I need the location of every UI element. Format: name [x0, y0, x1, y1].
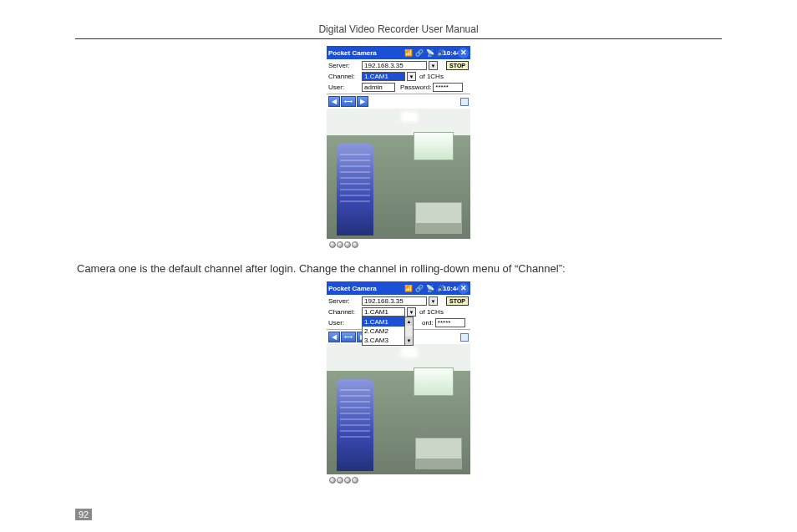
status-dot	[337, 241, 343, 248]
user-label: User:	[328, 318, 360, 328]
camera-view	[327, 109, 470, 239]
status-dot	[329, 477, 336, 484]
channel-count-label: of 1CHs	[419, 307, 444, 317]
status-dot	[344, 477, 351, 484]
scroll-up-icon[interactable]: ▲	[405, 317, 413, 326]
caption-text: Camera one is the default channel after …	[75, 262, 722, 275]
status-dot	[352, 477, 358, 484]
user-input[interactable]: admin	[362, 83, 395, 92]
nav-toolbar: ◀ ⟷ ▶	[327, 94, 470, 109]
close-button[interactable]: ✕	[458, 283, 469, 294]
channel-label: Channel:	[328, 72, 360, 82]
password-input[interactable]: *****	[435, 318, 465, 327]
channel-select[interactable]: 1.CAM1	[362, 72, 405, 81]
channel-dropdown-button[interactable]: ▼	[407, 307, 416, 317]
status-bar	[327, 474, 470, 486]
password-label: Password:	[400, 83, 431, 93]
channel-label: Channel:	[328, 307, 360, 317]
nav-prev-button[interactable]: ◀	[328, 96, 340, 107]
status-dot	[337, 477, 343, 484]
status-dot	[352, 241, 358, 248]
app-title: Pocket Camera	[328, 285, 377, 292]
channel-dropdown-list[interactable]: 1.CAM1 2.CAM2 3.CAM3 ▲ ▼	[362, 317, 405, 346]
nav-next-button[interactable]: ▶	[357, 96, 368, 107]
camera-view	[327, 344, 470, 474]
fullscreen-button[interactable]	[460, 98, 469, 106]
clock-label: 10:44	[447, 48, 456, 58]
network-icon: 🔗	[414, 48, 424, 58]
server-label: Server:	[328, 296, 360, 307]
nav-prev-button[interactable]: ◀	[328, 332, 340, 342]
server-input[interactable]: 192.168.3.35	[362, 61, 427, 70]
header-rule	[75, 38, 722, 39]
close-button[interactable]: ✕	[458, 48, 469, 58]
window-titlebar: Pocket Camera 📶 🔗 📡 🔊 10:44 ✕	[327, 281, 470, 295]
server-label: Server:	[328, 61, 360, 71]
clock-label: 10:44	[447, 284, 456, 293]
server-input[interactable]: 192.168.3.35	[362, 296, 427, 306]
password-input[interactable]: *****	[433, 83, 463, 92]
channel-count-label: of 1CHs	[419, 72, 444, 82]
connection-form: Server: 192.168.3.35 ▼ STOP Channel: 1.C…	[327, 59, 470, 94]
stop-button[interactable]: STOP	[446, 61, 469, 70]
app-title: Pocket Camera	[328, 49, 377, 57]
user-label: User:	[328, 83, 360, 93]
server-dropdown-button[interactable]: ▼	[429, 296, 438, 306]
fullscreen-button[interactable]	[460, 333, 469, 342]
channel-dropdown-button[interactable]: ▼	[407, 72, 416, 81]
channel-option[interactable]: 3.CAM3	[363, 336, 404, 345]
signal-icon: 📶	[404, 48, 413, 58]
network-icon: 🔗	[414, 284, 424, 293]
connection-form: Server: 192.168.3.35 ▼ STOP Channel: 1.C…	[327, 295, 470, 329]
server-dropdown-button[interactable]: ▼	[429, 61, 438, 70]
nav-mid-button[interactable]: ⟷	[341, 96, 356, 107]
channel-option[interactable]: 2.CAM2	[363, 327, 404, 336]
status-bar	[327, 239, 470, 251]
antenna-icon: 📡	[425, 284, 434, 293]
figure-2: Pocket Camera 📶 🔗 📡 🔊 10:44 ✕ Server: 19…	[75, 281, 722, 486]
figure-1: Pocket Camera 📶 🔗 📡 🔊 10:44 ✕ Server: 19…	[75, 46, 722, 251]
channel-option[interactable]: 1.CAM1	[363, 317, 404, 327]
password-label-short: ord:	[422, 318, 434, 328]
phone-screenshot: Pocket Camera 📶 🔗 📡 🔊 10:44 ✕ Server: 19…	[327, 46, 470, 251]
stop-button[interactable]: STOP	[446, 296, 469, 306]
nav-mid-button[interactable]: ⟷	[341, 332, 356, 342]
dropdown-scrollbar[interactable]: ▲ ▼	[404, 317, 414, 346]
channel-select[interactable]: 1.CAM1	[362, 307, 405, 317]
status-dot	[329, 241, 336, 248]
page-number: 92	[75, 509, 92, 520]
page-header-title: Digital Video Recorder User Manual	[75, 23, 722, 38]
phone-screenshot-open: Pocket Camera 📶 🔗 📡 🔊 10:44 ✕ Server: 19…	[327, 281, 470, 486]
signal-icon: 📶	[404, 284, 413, 293]
status-dot	[344, 241, 351, 248]
scroll-down-icon[interactable]: ▼	[405, 337, 413, 345]
window-titlebar: Pocket Camera 📶 🔗 📡 🔊 10:44 ✕	[327, 46, 470, 59]
antenna-icon: 📡	[425, 48, 434, 58]
